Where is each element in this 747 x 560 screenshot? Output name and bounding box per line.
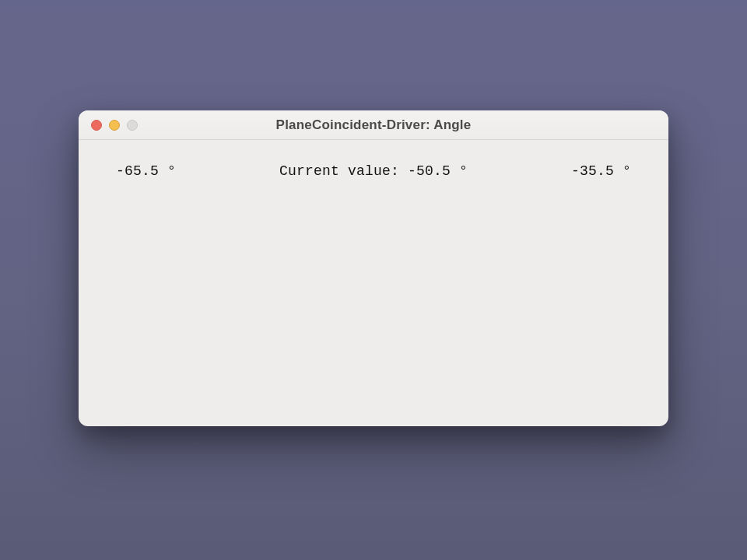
close-icon[interactable] (91, 120, 102, 131)
current-value: Current value: -50.5 ° (217, 163, 530, 179)
max-value: -35.5 ° (530, 163, 631, 179)
min-value: -65.5 ° (116, 163, 217, 179)
app-window: PlaneCoincident-Driver: Angle -65.5 ° Cu… (79, 110, 668, 426)
minimize-icon[interactable] (109, 120, 120, 131)
maximize-icon (127, 120, 138, 131)
traffic-lights (91, 120, 138, 131)
value-row: -65.5 ° Current value: -50.5 ° -35.5 ° (116, 163, 631, 179)
titlebar[interactable]: PlaneCoincident-Driver: Angle (79, 110, 668, 140)
content-area: -65.5 ° Current value: -50.5 ° -35.5 ° (79, 140, 668, 426)
window-title: PlaneCoincident-Driver: Angle (79, 117, 668, 133)
